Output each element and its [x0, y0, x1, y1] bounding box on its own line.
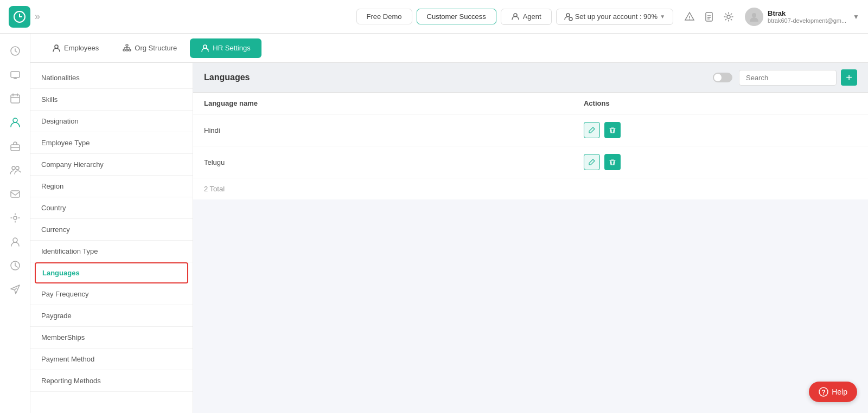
sidebar-item-clock[interactable]	[4, 40, 26, 62]
sidebar-item-user2[interactable]	[4, 231, 26, 253]
setup-button[interactable]: Set up your account : 90% ▼	[556, 9, 673, 25]
svg-line-29	[15, 288, 17, 290]
menu-item-country[interactable]: Country	[30, 197, 193, 219]
customer-success-button[interactable]: Customer Success	[417, 9, 496, 24]
search-input[interactable]	[739, 70, 837, 86]
menu-item-memberships[interactable]: MemberShips	[30, 327, 193, 349]
svg-rect-25	[11, 191, 20, 197]
menu-item-skills[interactable]: Skills	[30, 89, 193, 111]
menu-item-languages[interactable]: Languages	[35, 262, 188, 283]
edit-button[interactable]	[584, 122, 600, 138]
username: Btrak	[768, 9, 846, 17]
document-icon[interactable]	[704, 11, 714, 22]
svg-rect-6	[706, 12, 712, 21]
menu-item-reporting-methods[interactable]: Reporting Methods	[30, 370, 193, 392]
content-panel: Languages + Language name Actions Hindi	[193, 63, 868, 413]
topbar: » Free Demo Customer Success Agent Set u…	[0, 0, 868, 34]
svg-rect-31	[126, 44, 128, 46]
svg-text:?: ?	[822, 389, 826, 396]
sidebar-item-clock2[interactable]	[4, 255, 26, 276]
sidebar-item-briefcase[interactable]	[4, 135, 26, 157]
add-button[interactable]: +	[841, 69, 857, 86]
menu-item-employee-type[interactable]: Employee Type	[30, 132, 193, 154]
svg-point-23	[12, 166, 15, 170]
app-logo[interactable]	[9, 6, 30, 28]
free-demo-button[interactable]: Free Demo	[356, 9, 412, 24]
section-title: Languages	[204, 73, 713, 82]
menu-item-region[interactable]: Region	[30, 176, 193, 197]
icon-sidebar	[0, 34, 30, 413]
avatar	[745, 8, 763, 26]
org-icon	[123, 44, 131, 53]
sidebar-item-group[interactable]	[4, 159, 26, 181]
subtabs: Employees Org Structure	[30, 34, 868, 63]
section-header: Languages +	[193, 63, 868, 93]
user-setup-icon	[564, 12, 573, 21]
actions-cell	[573, 146, 868, 178]
expand-icon[interactable]: »	[35, 11, 40, 22]
svg-rect-32	[123, 49, 125, 51]
svg-point-40	[203, 45, 207, 48]
svg-point-30	[55, 45, 58, 48]
tab-employees[interactable]: Employees	[41, 38, 110, 58]
help-button[interactable]: ? Help	[809, 382, 857, 402]
language-name-cell: Telugu	[193, 146, 573, 178]
table-row: Telugu	[193, 146, 868, 178]
sidebar-item-calendar[interactable]	[4, 88, 26, 109]
toggle-switch[interactable]	[713, 73, 732, 82]
user-chevron-icon: ▼	[853, 13, 859, 21]
actions-cell	[573, 114, 868, 146]
main-layout: Employees Org Structure	[0, 34, 868, 413]
table-row: Hindi	[193, 114, 868, 146]
svg-point-20	[13, 118, 17, 122]
user-email: btrak607-development@gm...	[768, 17, 846, 24]
menu-item-payment-method[interactable]: Payment Method	[30, 349, 193, 370]
menu-item-identification-type[interactable]: Identification Type	[30, 241, 193, 262]
menu-item-company-hierarchy[interactable]: Company Hierarchy	[30, 154, 193, 176]
sidebar-item-mail[interactable]	[4, 183, 26, 205]
menu-item-nationalities[interactable]: Nationalities	[30, 67, 193, 89]
svg-point-5	[689, 19, 690, 20]
topbar-icons	[684, 11, 734, 22]
edit-button[interactable]	[584, 154, 600, 170]
svg-point-2	[566, 14, 570, 17]
col-actions: Actions	[573, 93, 868, 114]
side-menu: Nationalities Skills Designation Employe…	[30, 63, 193, 413]
svg-point-27	[13, 238, 17, 242]
language-name-cell: Hindi	[193, 114, 573, 146]
delete-button[interactable]	[604, 154, 621, 170]
sidebar-item-person[interactable]	[4, 112, 26, 133]
menu-item-currency[interactable]: Currency	[30, 219, 193, 241]
svg-rect-33	[126, 49, 128, 51]
sidebar-item-send[interactable]	[4, 279, 26, 300]
alert-icon[interactable]	[684, 11, 695, 22]
col-language-name: Language name	[193, 93, 573, 114]
content-area: Employees Org Structure	[30, 34, 868, 413]
tab-org-structure[interactable]: Org Structure	[112, 38, 188, 58]
delete-button[interactable]	[604, 122, 621, 138]
agent-button[interactable]: Agent	[501, 9, 552, 25]
total-count: 2 Total	[193, 178, 868, 199]
languages-table: Language name Actions Hindi	[193, 93, 868, 178]
svg-point-26	[14, 216, 17, 220]
sidebar-item-tv[interactable]	[4, 64, 26, 86]
svg-rect-34	[129, 49, 131, 51]
chevron-down-icon: ▼	[660, 14, 665, 20]
tab-hr-settings[interactable]: HR Settings	[190, 38, 261, 58]
svg-rect-13	[11, 72, 20, 78]
svg-rect-16	[11, 95, 20, 103]
main-panel: Nationalities Skills Designation Employe…	[30, 63, 868, 413]
user-menu[interactable]: Btrak btrak607-development@gm... ▼	[745, 8, 859, 26]
agent-icon	[511, 12, 520, 21]
menu-item-paygrade[interactable]: Paygrade	[30, 305, 193, 327]
svg-point-24	[16, 166, 19, 170]
sidebar-item-settings[interactable]	[4, 207, 26, 229]
hr-settings-icon	[201, 44, 209, 53]
gear-icon[interactable]	[723, 11, 734, 22]
svg-point-10	[727, 15, 730, 18]
menu-item-designation[interactable]: Designation	[30, 111, 193, 132]
svg-point-11	[752, 13, 756, 17]
svg-point-3	[569, 17, 572, 21]
help-icon: ?	[819, 387, 828, 397]
menu-item-pay-frequency[interactable]: Pay Frequency	[30, 283, 193, 305]
